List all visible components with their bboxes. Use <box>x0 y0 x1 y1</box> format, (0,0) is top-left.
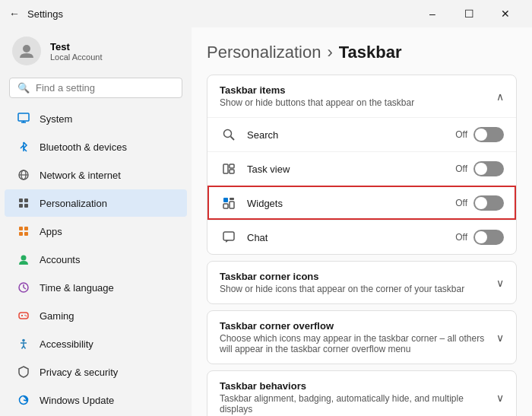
section-sub-taskbar-corner-icons: Show or hide icons that appear on the co… <box>220 284 464 294</box>
widgets-setting-icon <box>220 194 238 212</box>
minimize-button[interactable]: – <box>415 3 450 24</box>
accounts-icon <box>17 252 30 266</box>
back-icon[interactable]: ← <box>9 8 20 20</box>
sidebar-label-privacy: Privacy & security <box>40 367 118 378</box>
user-subtitle: Local Account <box>50 52 103 62</box>
svg-rect-14 <box>24 232 28 236</box>
svg-rect-32 <box>223 164 228 173</box>
section-title-taskbar-items: Taskbar items <box>220 84 414 96</box>
svg-point-22 <box>24 315 26 316</box>
svg-rect-11 <box>19 227 23 230</box>
maximize-button[interactable]: ☐ <box>451 3 486 24</box>
svg-rect-37 <box>223 204 228 208</box>
toggle-widgets[interactable] <box>473 195 504 211</box>
chevron-taskbar-corner-icons: ∨ <box>496 277 504 289</box>
setting-label-taskview: Task view <box>247 164 455 175</box>
svg-rect-34 <box>230 170 234 173</box>
nav-container: System Bluetooth & devices Network & int… <box>0 104 192 414</box>
section-header-taskbar-corner-overflow[interactable]: Taskbar corner overflow Choose which ico… <box>207 311 516 364</box>
sidebar-item-apps[interactable]: Apps <box>5 218 187 245</box>
section-header-taskbar-items[interactable]: Taskbar items Show or hide buttons that … <box>207 75 516 117</box>
search-input[interactable] <box>36 82 174 94</box>
svg-rect-10 <box>24 204 28 208</box>
setting-label-search: Search <box>247 129 455 141</box>
setting-row-chat: Chat Off <box>207 220 516 254</box>
setting-status-search: Off <box>455 129 467 140</box>
section-sub-taskbar-behaviors: Taskbar alignment, badging, automaticall… <box>220 393 496 414</box>
sidebar-item-gaming[interactable]: Gaming <box>5 302 187 329</box>
breadcrumb-current: Taskbar <box>339 43 402 62</box>
search-box[interactable]: 🔍 <box>9 78 182 98</box>
svg-line-28 <box>24 346 26 349</box>
svg-point-15 <box>21 256 27 261</box>
svg-point-24 <box>22 339 25 342</box>
svg-point-30 <box>224 130 232 138</box>
breadcrumb: Personalization › Taskbar <box>207 43 517 62</box>
personalization-icon <box>17 196 30 210</box>
sidebar-item-privacy[interactable]: Privacy & security <box>5 358 187 386</box>
section-title-taskbar-behaviors: Taskbar behaviors <box>220 380 496 392</box>
toggle-thumb-taskview <box>475 163 487 175</box>
section-header-text-taskbar-corner-overflow: Taskbar corner overflow Choose which ico… <box>220 320 496 354</box>
section-taskbar-corner-overflow: Taskbar corner overflow Choose which ico… <box>207 310 517 364</box>
app-title: Settings <box>27 8 63 20</box>
accessibility-icon <box>17 337 30 351</box>
section-title-taskbar-corner-overflow: Taskbar corner overflow <box>220 320 496 332</box>
svg-rect-7 <box>19 198 23 202</box>
sidebar-item-accessibility[interactable]: Accessibility <box>5 330 187 357</box>
svg-rect-33 <box>230 164 234 168</box>
user-profile[interactable]: Test Local Account <box>0 27 192 75</box>
svg-rect-1 <box>18 113 29 121</box>
sidebar-label-time: Time & language <box>40 282 114 294</box>
setting-row-search: Search Off <box>207 117 516 151</box>
gaming-icon <box>17 309 30 322</box>
svg-line-18 <box>24 287 26 289</box>
main-content: Personalization › Taskbar Taskbar items … <box>192 27 532 416</box>
section-header-taskbar-corner-icons[interactable]: Taskbar corner icons Show or hide icons … <box>207 262 516 303</box>
svg-rect-9 <box>19 204 23 208</box>
breadcrumb-parent: Personalization <box>207 43 321 62</box>
svg-rect-12 <box>24 227 28 230</box>
sidebar-item-update[interactable]: Windows Update <box>5 386 187 414</box>
avatar <box>12 37 41 65</box>
setting-label-chat: Chat <box>247 232 455 243</box>
sidebar: Test Local Account 🔍 System Bluetooth & … <box>0 27 192 416</box>
svg-line-31 <box>231 137 235 141</box>
system-icon <box>17 112 30 125</box>
close-button[interactable]: ✕ <box>488 3 523 24</box>
section-header-text-taskbar-behaviors: Taskbar behaviors Taskbar alignment, bad… <box>220 380 496 414</box>
setting-status-chat: Off <box>455 232 467 243</box>
sidebar-item-network[interactable]: Network & internet <box>5 161 187 189</box>
toggle-search[interactable] <box>473 127 504 142</box>
section-sub-taskbar-corner-overflow: Choose which icons may appear in the tas… <box>220 333 496 354</box>
sidebar-label-update: Windows Update <box>40 395 114 406</box>
svg-point-23 <box>26 316 27 317</box>
breadcrumb-separator: › <box>327 43 332 62</box>
search-icon: 🔍 <box>17 82 30 94</box>
toggle-thumb-chat <box>475 231 487 243</box>
window-controls: – ☐ ✕ <box>415 3 523 24</box>
sidebar-item-accounts[interactable]: Accounts <box>5 246 187 273</box>
toggle-taskview[interactable] <box>473 161 504 176</box>
setting-row-widgets: Widgets Off <box>207 186 516 220</box>
sidebar-item-time[interactable]: Time & language <box>5 274 187 301</box>
setting-row-taskview: Task view Off <box>207 151 516 186</box>
sections-container: Taskbar items Show or hide buttons that … <box>207 75 517 416</box>
svg-rect-35 <box>223 198 228 202</box>
chevron-taskbar-corner-overflow: ∨ <box>496 332 504 344</box>
section-header-taskbar-behaviors[interactable]: Taskbar behaviors Taskbar alignment, bad… <box>207 371 516 416</box>
bluetooth-icon <box>17 140 30 154</box>
sidebar-item-system[interactable]: System <box>5 105 187 132</box>
sidebar-item-personalization[interactable]: Personalization <box>5 189 187 217</box>
setting-status-taskview: Off <box>455 164 467 174</box>
section-title-taskbar-corner-icons: Taskbar corner icons <box>220 271 464 282</box>
svg-rect-39 <box>223 232 234 240</box>
update-icon <box>17 393 30 407</box>
section-header-text-taskbar-corner-icons: Taskbar corner icons Show or hide icons … <box>220 271 464 294</box>
sidebar-label-personalization: Personalization <box>40 198 107 209</box>
privacy-icon <box>17 365 30 379</box>
network-icon <box>17 168 30 182</box>
sidebar-item-bluetooth[interactable]: Bluetooth & devices <box>5 133 187 160</box>
toggle-chat[interactable] <box>473 230 504 245</box>
section-taskbar-corner-icons: Taskbar corner icons Show or hide icons … <box>207 261 517 304</box>
